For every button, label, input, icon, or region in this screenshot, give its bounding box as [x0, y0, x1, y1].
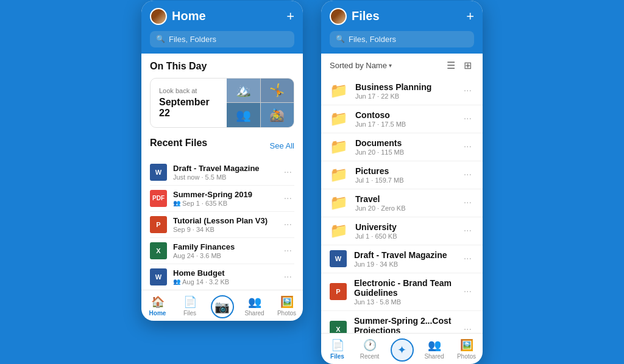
folder-icon: 📁: [330, 138, 348, 155]
more-options-button[interactable]: ···: [461, 197, 474, 208]
nav-item-home[interactable]: 🏠 Home: [141, 295, 174, 318]
list-item[interactable]: X Family Finances Aug 24 · 3.6 MB ···: [150, 238, 294, 264]
excel-icon: X: [150, 242, 167, 259]
nav-item-files[interactable]: 📄 Files: [174, 295, 206, 318]
shared-nav-icon: 👥: [428, 338, 441, 352]
nav-label-photos: Photos: [277, 310, 296, 317]
file-name: Summer-Spring 2...Cost Projections: [354, 316, 454, 333]
more-options-button[interactable]: ···: [461, 169, 474, 180]
folder-name: Documents: [355, 138, 454, 148]
folder-icon: 📁: [330, 82, 348, 99]
list-item[interactable]: 📁 Documents Jun 20 · 115 MB ···: [321, 133, 483, 161]
nav-label-shared: Shared: [424, 353, 444, 360]
list-item[interactable]: X Summer-Spring 2...Cost Projections Jun…: [321, 311, 483, 333]
list-item[interactable]: 📁 Business Planning Jun 17 · 22 KB ···: [321, 77, 483, 105]
nav-label-recent: Recent: [360, 353, 380, 360]
camera-button[interactable]: ✦: [391, 338, 414, 362]
list-item[interactable]: P Electronic - Brand Team Guidelines Jun…: [321, 273, 483, 311]
folder-info: University Jul 1 · 650 KB: [355, 222, 454, 240]
avatar[interactable]: [330, 8, 347, 25]
more-options-button[interactable]: ···: [461, 225, 474, 236]
more-options-button[interactable]: ···: [461, 253, 474, 264]
home-search-container: 🔍 Files, Folders: [141, 31, 303, 54]
folder-info: Documents Jun 20 · 115 MB: [355, 138, 454, 156]
more-options-button[interactable]: ···: [282, 193, 294, 204]
files-phone: Files + 🔍 Files, Folders Sorted by Name …: [321, 1, 483, 364]
camera-icon: 📷: [214, 299, 230, 314]
files-title: Files: [352, 9, 380, 23]
more-options-button[interactable]: ···: [282, 245, 294, 256]
camera-button[interactable]: 📷: [211, 295, 234, 318]
date-text: September 22: [159, 97, 218, 119]
files-header: Files +: [321, 1, 483, 31]
folder-icon: 📁: [330, 222, 348, 239]
file-name: Draft - Travel Magazine: [354, 250, 454, 260]
word-icon: W: [330, 250, 347, 267]
file-info: Family Finances Aug 24 · 3.6 MB: [173, 242, 275, 259]
list-item[interactable]: PDF Summer-Spring 2019 👥 Sep 1 · 635 KB …: [150, 186, 294, 212]
files-nav-icon: 📄: [183, 295, 197, 309]
nav-item-shared[interactable]: 👥 Shared: [418, 338, 450, 362]
on-this-day-section: On This Day Look back at September 22 🏔️…: [141, 54, 303, 133]
more-options-button[interactable]: ···: [461, 113, 474, 124]
list-item[interactable]: P Tutorial (Lesson Plan V3) Sep 9 · 34 K…: [150, 212, 294, 238]
more-options-button[interactable]: ···: [461, 324, 474, 333]
files-search-bar[interactable]: 🔍 Files, Folders: [330, 31, 474, 47]
more-options-button[interactable]: ···: [461, 286, 474, 297]
files-toolbar: Sorted by Name ▾ ☰ ⊞: [321, 54, 483, 77]
add-button[interactable]: +: [286, 9, 294, 24]
home-search-bar[interactable]: 🔍 Files, Folders: [150, 31, 294, 47]
files-nav-icon: 📄: [331, 338, 344, 352]
grid-view-button[interactable]: ⊞: [461, 58, 474, 72]
more-options-button[interactable]: ···: [282, 271, 294, 282]
nav-item-photos[interactable]: 🖼️ Photos: [271, 295, 303, 318]
word-icon: W: [150, 164, 167, 181]
folder-meta: Jun 20 · 115 MB: [355, 149, 454, 156]
home-body: On This Day Look back at September 22 🏔️…: [141, 54, 303, 290]
look-back-text: Look back at: [159, 87, 218, 94]
search-icon: 🔍: [156, 35, 165, 43]
file-info: Draft - Travel Magazine Just now · 5.5 M…: [173, 164, 275, 181]
nav-item-files[interactable]: 📄 Files: [321, 338, 353, 362]
nav-label-shared: Shared: [244, 310, 264, 317]
list-item[interactable]: 📁 Pictures Jul 1 · 159.7 MB ···: [321, 161, 483, 189]
more-options-button[interactable]: ···: [461, 141, 474, 152]
word-icon: W: [150, 268, 167, 285]
more-options-button[interactable]: ···: [461, 85, 474, 96]
file-info: Electronic - Brand Team Guidelines Jun 1…: [354, 278, 454, 306]
home-title: Home: [172, 9, 206, 23]
more-options-button[interactable]: ···: [282, 219, 294, 230]
list-view-button[interactable]: ☰: [444, 58, 458, 72]
list-item[interactable]: 📁 Contoso Jun 17 · 17.5 MB ···: [321, 105, 483, 133]
list-item[interactable]: 📁 University Jul 1 · 650 KB ···: [321, 217, 483, 245]
file-info: Tutorial (Lesson Plan V3) Sep 9 · 34 KB: [173, 216, 275, 233]
home-phone: Home + 🔍 Files, Folders On This Day Look…: [141, 1, 303, 321]
avatar[interactable]: [150, 8, 167, 25]
file-meta: Aug 24 · 3.6 MB: [173, 252, 275, 259]
list-item[interactable]: 📁 Travel Jun 20 · Zero KB ···: [321, 189, 483, 217]
file-meta: Just now · 5.5 MB: [173, 173, 275, 181]
on-this-day-card[interactable]: Look back at September 22 🏔️ 🤸 👥: [150, 78, 294, 128]
file-name: Home Budget: [173, 268, 275, 278]
file-meta: Sep 9 · 34 KB: [173, 226, 275, 233]
list-item[interactable]: W Draft - Travel Magazine Jun 19 · 34 KB…: [321, 245, 483, 273]
nav-item-camera[interactable]: ✦: [386, 338, 418, 362]
more-options-button[interactable]: ···: [282, 167, 294, 178]
photo-cell-3: 👥: [227, 103, 260, 127]
files-add-button[interactable]: +: [466, 9, 474, 24]
nav-item-photos[interactable]: 🖼️ Photos: [450, 338, 483, 362]
folder-info: Contoso Jun 17 · 17.5 MB: [355, 110, 454, 128]
file-info: Draft - Travel Magazine Jun 19 · 34 KB: [354, 250, 454, 268]
nav-item-recent[interactable]: 🕐 Recent: [353, 338, 386, 362]
list-item[interactable]: W Draft - Travel Magazine Just now · 5.5…: [150, 159, 294, 186]
folder-meta: Jul 1 · 159.7 MB: [355, 177, 454, 184]
see-all-button[interactable]: See All: [270, 141, 294, 150]
files-body: Sorted by Name ▾ ☰ ⊞ 📁 Business Planning…: [321, 54, 483, 333]
list-item[interactable]: W Home Budget 👥 Aug 14 · 3.2 KB ···: [150, 264, 294, 290]
nav-item-shared[interactable]: 👥 Shared: [238, 295, 271, 318]
files-bottom-nav: 📄 Files 🕐 Recent ✦ 👥 Shared 🖼️ Photos: [321, 333, 483, 364]
sorted-label[interactable]: Sorted by Name ▾: [330, 61, 441, 70]
folder-name: Contoso: [355, 110, 454, 120]
photos-nav-icon: 🖼️: [460, 338, 473, 352]
nav-item-camera[interactable]: 📷: [206, 295, 238, 318]
